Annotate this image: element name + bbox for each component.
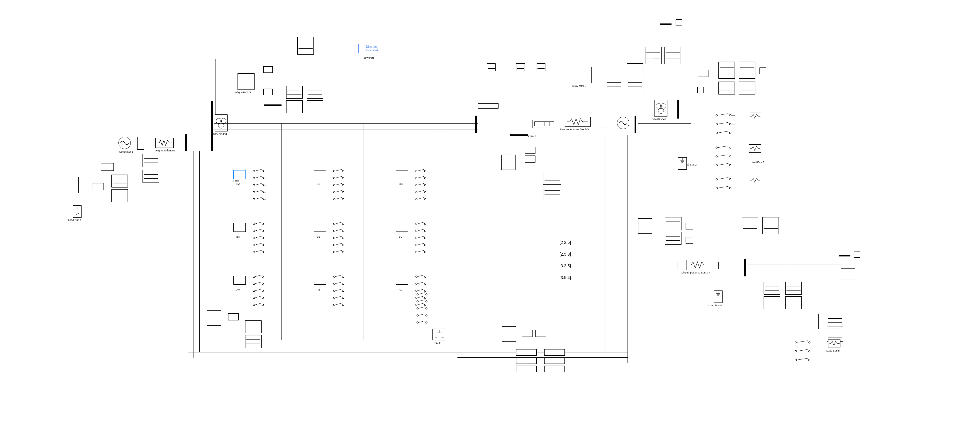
cell-BB-sw5[interactable] (333, 250, 347, 254)
scope-bottom-1[interactable] (245, 320, 262, 333)
breaker-bmr-3[interactable] (516, 366, 537, 372)
load-r-1[interactable] (749, 112, 761, 120)
scope-tr-1[interactable] (645, 47, 662, 64)
scope-gen-4[interactable] (111, 189, 128, 202)
cell-BA-sw2[interactable] (253, 229, 266, 233)
cell-CB-sw2[interactable] (333, 176, 347, 180)
cell-AA-sw4[interactable] (253, 296, 266, 300)
gain-tr[interactable] (698, 70, 708, 77)
cell-BC-sw5[interactable] (415, 250, 429, 254)
cell-CC-sw3[interactable] (415, 183, 429, 187)
load-bus-1-block[interactable] (73, 206, 81, 218)
load-bus-2-block[interactable] (678, 157, 687, 170)
cell-BB-sw2[interactable] (333, 229, 347, 233)
vi-measure-far[interactable] (805, 314, 819, 329)
cell-CC-sw4[interactable] (415, 190, 429, 194)
powergui-block[interactable]: Discrete, Ts = 5e-4 (358, 44, 385, 53)
xtra-sw1[interactable] (417, 292, 430, 296)
line-impedance-3-4-block[interactable] (686, 260, 712, 270)
gain-mid[interactable] (525, 156, 535, 163)
terminator-6[interactable] (854, 251, 861, 258)
scope-r3[interactable] (742, 217, 758, 234)
ld23-sw8[interactable] (716, 186, 735, 190)
line-impedance-gen[interactable] (156, 138, 173, 148)
cell-AA-sw1[interactable] (253, 275, 266, 279)
cell-BC-sw1[interactable] (415, 222, 429, 226)
cell-BC-sw3[interactable] (415, 236, 429, 240)
ld5-sw1[interactable] (795, 340, 814, 344)
cell-AB-main[interactable] (314, 276, 326, 285)
cell-CA-sw5[interactable] (253, 197, 266, 201)
cell-BA-sw5[interactable] (253, 250, 266, 254)
vi-measure-mid[interactable] (501, 155, 515, 170)
terminator-4[interactable] (686, 223, 693, 230)
terminator-3[interactable] (759, 67, 766, 74)
display-mid[interactable] (478, 103, 498, 108)
breaker-bmr-5[interactable] (544, 357, 565, 364)
scope-far-2[interactable] (827, 314, 843, 327)
scope-r5-3[interactable] (606, 78, 622, 91)
ld23-sw1[interactable] (716, 113, 735, 117)
breaker-3[interactable] (660, 262, 678, 269)
scope-relay-5[interactable] (298, 37, 314, 54)
scope-relay-1[interactable] (286, 86, 302, 99)
terminator-2[interactable] (697, 87, 704, 93)
load-r-2[interactable] (749, 144, 761, 153)
fault-block[interactable] (432, 328, 446, 340)
cell-CC-main[interactable] (396, 170, 408, 179)
terminator-5[interactable] (686, 237, 693, 244)
cell-BB-sw1[interactable] (333, 222, 347, 226)
terminator-1[interactable] (676, 19, 682, 26)
cell-CC-sw2[interactable] (415, 176, 429, 180)
scope-r1[interactable] (665, 217, 681, 230)
scope-tr-3[interactable] (718, 62, 735, 79)
scope-relay-4[interactable] (307, 100, 323, 113)
cell-BB-sw3[interactable] (333, 236, 347, 240)
scope-tr-6[interactable] (739, 81, 756, 94)
scope-relay-2[interactable] (286, 100, 302, 113)
scope-r2[interactable] (665, 232, 681, 245)
cell-BA-sw1[interactable] (253, 222, 266, 226)
scope-mid-c2[interactable] (543, 186, 561, 199)
xtra-sw3[interactable] (417, 306, 430, 311)
cell-CA-sw4[interactable] (253, 190, 266, 194)
cell-CC-sw1[interactable] (415, 169, 429, 173)
cell-AB-sw5[interactable] (333, 303, 347, 307)
scope-r5-1[interactable] (627, 64, 643, 76)
simulink-model-canvas[interactable]: Discrete, Ts = 5e-4 powergui Generator 1… (0, 0, 980, 424)
cell-AC-sw1[interactable] (415, 275, 429, 279)
ld23-sw7[interactable] (716, 177, 735, 181)
cell-BC-sw4[interactable] (415, 243, 429, 247)
cell-AB-sw4[interactable] (333, 296, 347, 300)
load-r-3[interactable] (749, 176, 761, 184)
cell-AA-sw5[interactable] (253, 303, 266, 307)
cell-BA-sw3[interactable] (253, 236, 266, 240)
breaker-bmr-2[interactable] (516, 357, 537, 364)
scope-r8[interactable] (785, 296, 802, 309)
breaker-1[interactable] (533, 120, 556, 128)
scope-r5-2[interactable] (627, 78, 643, 91)
cell-AA-main[interactable] (234, 276, 246, 285)
scope-r6[interactable] (764, 296, 780, 309)
line-impedance-2-3-block[interactable] (565, 117, 590, 127)
const-mid[interactable] (525, 147, 535, 154)
cell-BB-main[interactable] (314, 223, 326, 232)
cell-BC-main[interactable] (396, 223, 408, 232)
scope-gen-3[interactable] (111, 175, 128, 188)
scope-r5[interactable] (764, 282, 780, 295)
scope-r4[interactable] (762, 217, 779, 234)
const-bmr[interactable] (535, 330, 546, 337)
cell-AB-sw2[interactable] (333, 282, 347, 286)
scope-tr-4[interactable] (739, 62, 756, 79)
cell-AC-sw2[interactable] (415, 282, 429, 286)
xtra-sw4[interactable] (417, 313, 430, 317)
scope-mid-3[interactable] (537, 64, 546, 71)
cell-CA-sw2[interactable] (253, 176, 266, 180)
breaker-2[interactable] (597, 120, 611, 128)
scope-mid-2[interactable] (516, 64, 525, 71)
vi-measure-r1[interactable] (638, 218, 652, 234)
gain-gen[interactable] (92, 183, 104, 190)
vi-measure-bmr[interactable] (502, 326, 516, 341)
const-gen[interactable] (101, 163, 114, 171)
breaker-bmr-4[interactable] (544, 349, 565, 355)
